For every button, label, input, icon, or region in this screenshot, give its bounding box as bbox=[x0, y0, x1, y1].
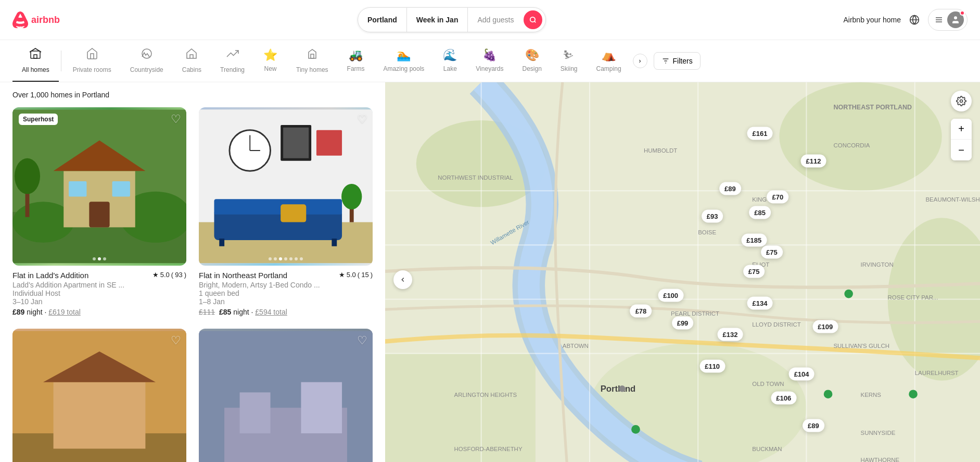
listing-2-price-total[interactable]: £594 total bbox=[255, 308, 287, 316]
airbnb-home-link[interactable]: Airbnb your home bbox=[843, 16, 901, 24]
svg-text:LAURELHURST: LAURELHURST bbox=[915, 370, 959, 376]
dot-1 bbox=[93, 257, 96, 260]
nav-arrow-button[interactable]: › bbox=[633, 54, 647, 68]
dates-search[interactable]: Week in Jan bbox=[407, 8, 468, 32]
dot2-1 bbox=[269, 257, 272, 260]
svg-rect-30 bbox=[283, 128, 309, 158]
listing-card-1[interactable]: Superhost ♡ Flat in Ladd's Addition ★ 5.… bbox=[12, 107, 186, 316]
map-pin-89[interactable]: £89 bbox=[719, 182, 741, 195]
category-amazing-pools[interactable]: 🏊 Amazing pools bbox=[374, 41, 434, 81]
category-trending[interactable]: Trending bbox=[211, 40, 254, 82]
svg-text:BUCKMAN: BUCKMAN bbox=[752, 446, 782, 452]
category-skiing[interactable]: ⛷ Skiing bbox=[551, 41, 587, 81]
listing-1-subtitle: Ladd's Addition Apartment in SE ... bbox=[12, 281, 186, 289]
svg-point-91 bbox=[960, 100, 963, 103]
wishlist-button-2[interactable]: ♡ bbox=[357, 113, 367, 126]
new-icon: ⭐ bbox=[263, 48, 277, 62]
category-countryside[interactable]: Countryside bbox=[121, 40, 173, 82]
map-pin-75[interactable]: £75 bbox=[743, 265, 765, 278]
svg-point-49 bbox=[779, 82, 941, 191]
category-tiny-homes[interactable]: Tiny homes bbox=[287, 40, 338, 82]
zoom-out-button[interactable]: − bbox=[951, 140, 972, 160]
globe-button[interactable] bbox=[909, 15, 920, 25]
svg-point-85 bbox=[619, 385, 625, 392]
map-pin-70[interactable]: £70 bbox=[767, 190, 789, 203]
private-rooms-icon bbox=[86, 47, 98, 63]
filters-label: Filters bbox=[673, 57, 693, 65]
listing-1-price-total[interactable]: £619 total bbox=[48, 308, 81, 316]
svg-text:HUMBOLDT: HUMBOLDT bbox=[644, 147, 677, 154]
image-dots-2 bbox=[269, 257, 303, 260]
listing-card-4[interactable]: ♡ bbox=[199, 329, 373, 462]
svg-rect-34 bbox=[219, 239, 224, 246]
map-settings-button[interactable] bbox=[951, 91, 972, 111]
svg-point-5 bbox=[954, 16, 957, 19]
svg-text:HAWTHORNE: HAWTHORNE bbox=[861, 457, 900, 462]
listing-1-price: £89 night · £619 total bbox=[12, 308, 186, 316]
map-pin-185[interactable]: £185 bbox=[741, 233, 767, 246]
map-pin-112[interactable]: £112 bbox=[800, 155, 826, 168]
map-pin-104[interactable]: £104 bbox=[789, 368, 814, 381]
user-menu-button[interactable] bbox=[928, 9, 968, 31]
map-pin-75b[interactable]: £75 bbox=[761, 245, 783, 258]
listing-card-3[interactable]: ♡ bbox=[12, 329, 186, 462]
location-search[interactable]: Portland bbox=[358, 8, 407, 32]
category-farms[interactable]: 🚜 Farms bbox=[338, 41, 374, 81]
svg-rect-41 bbox=[54, 382, 146, 448]
category-skiing-label: Skiing bbox=[561, 65, 578, 72]
category-new[interactable]: ⭐ New bbox=[254, 41, 287, 81]
map-pin-161[interactable]: £161 bbox=[747, 127, 773, 140]
map-pin-100[interactable]: £100 bbox=[658, 289, 683, 302]
category-all-homes[interactable]: All homes bbox=[12, 40, 59, 82]
listing-1-dates: 3–10 Jan bbox=[12, 297, 186, 306]
category-lake[interactable]: 🌊 Lake bbox=[434, 41, 466, 81]
map-pin-85[interactable]: £85 bbox=[749, 206, 771, 219]
search-button[interactable] bbox=[524, 10, 542, 29]
category-cabins[interactable]: Cabins bbox=[173, 40, 211, 82]
map-pin-134[interactable]: £134 bbox=[747, 296, 773, 309]
category-vineyards[interactable]: 🍇 Vineyards bbox=[466, 41, 513, 81]
zoom-in-button[interactable]: + bbox=[951, 119, 972, 140]
guests-search[interactable]: Add guests bbox=[468, 8, 523, 32]
svg-rect-19 bbox=[69, 181, 86, 196]
map-collapse-button[interactable] bbox=[393, 270, 412, 289]
design-icon: 🎨 bbox=[525, 48, 539, 62]
lake-icon: 🌊 bbox=[443, 48, 457, 62]
listings-grid: Superhost ♡ Flat in Ladd's Addition ★ 5.… bbox=[12, 107, 373, 462]
amazing-pools-icon: 🏊 bbox=[397, 48, 411, 62]
svg-text:BOISE: BOISE bbox=[698, 229, 716, 235]
category-design[interactable]: 🎨 Design bbox=[513, 41, 551, 81]
category-trending-label: Trending bbox=[220, 66, 245, 73]
map-pin-106[interactable]: £106 bbox=[771, 391, 796, 404]
map-pin-93[interactable]: £93 bbox=[702, 210, 723, 223]
listing-2-host: 1 queen bed bbox=[199, 289, 373, 297]
svg-text:SULLIVAN'S GULCH: SULLIVAN'S GULCH bbox=[833, 343, 889, 349]
category-divider bbox=[61, 51, 61, 71]
wishlist-button-4[interactable]: ♡ bbox=[357, 334, 367, 347]
category-camping[interactable]: ⛺ Camping bbox=[587, 41, 631, 81]
svg-point-89 bbox=[824, 390, 833, 398]
map-pin-78[interactable]: £78 bbox=[630, 305, 652, 318]
svg-text:NORTHWEST INDUSTRIAL: NORTHWEST INDUSTRIAL bbox=[438, 174, 513, 181]
map-pin-110[interactable]: £110 bbox=[699, 360, 725, 373]
svg-text:LLOYD DISTRICT: LLOYD DISTRICT bbox=[752, 321, 800, 328]
map-pin-109[interactable]: £109 bbox=[812, 320, 838, 333]
map-zoom-controls: + − bbox=[951, 119, 972, 160]
map-pin-89b[interactable]: £89 bbox=[803, 419, 824, 432]
map-pin-99[interactable]: £99 bbox=[672, 316, 694, 329]
listing-2-subtitle: Bright, Modern, Artsy 1-Bed Condo ... bbox=[199, 281, 373, 289]
logo[interactable]: airbnb bbox=[12, 11, 60, 28]
filters-button[interactable]: Filters bbox=[654, 52, 701, 70]
wishlist-button-3[interactable]: ♡ bbox=[171, 334, 181, 347]
camping-icon: ⛺ bbox=[602, 48, 616, 62]
svg-rect-31 bbox=[316, 130, 342, 156]
category-cabins-label: Cabins bbox=[182, 66, 201, 73]
wishlist-button-1[interactable]: ♡ bbox=[171, 113, 181, 126]
logo-text: airbnb bbox=[31, 15, 60, 26]
map-pin-132[interactable]: £132 bbox=[717, 328, 743, 341]
left-panel: Over 1,000 homes in Portland bbox=[0, 82, 385, 462]
category-private-rooms[interactable]: Private rooms bbox=[63, 40, 121, 82]
listing-2-price: £111 £85 night · £594 total bbox=[199, 308, 373, 316]
listing-card-2[interactable]: ♡ Flat in Northeast Portland bbox=[199, 107, 373, 316]
dot2-6 bbox=[295, 257, 298, 260]
